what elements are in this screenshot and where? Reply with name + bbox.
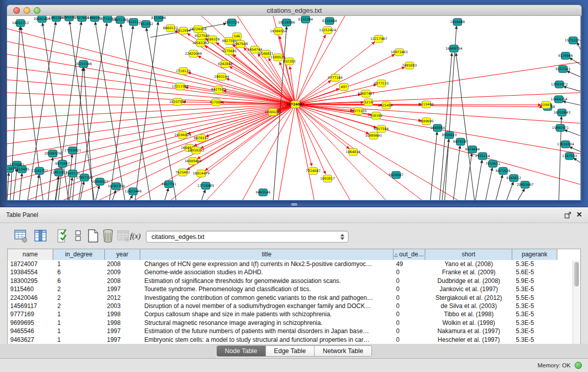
cell-title: Genome-wide association studies in ADHD. xyxy=(140,268,394,276)
cell-name: 9115460 xyxy=(8,285,53,293)
cell-name: 22420046 xyxy=(8,294,53,302)
delete-column-icon[interactable] xyxy=(101,228,115,244)
graph-node-label: 20691406 xyxy=(33,17,50,21)
graph-node-label: 15993 xyxy=(541,103,552,107)
table-panel-header: Table Panel ✕ xyxy=(0,207,588,223)
panel-divider-handle[interactable] xyxy=(291,203,297,206)
graph-node-label: 16210643 xyxy=(553,111,570,115)
zoom-window-button[interactable] xyxy=(34,7,40,14)
minimize-window-button[interactable] xyxy=(24,7,30,14)
graph-node-label: 8471626 xyxy=(496,169,511,173)
graph-node-label: 13716485 xyxy=(197,184,214,188)
table-row[interactable]: 1830029562008Estimation of significance … xyxy=(8,277,580,285)
table-row[interactable]: 2242004622012Investigating the contribut… xyxy=(8,294,580,302)
cell-title: Disruption of a novel member of a sodium… xyxy=(140,302,394,310)
network-view-window: citations_edges.txt 14055712206914061881… xyxy=(7,5,582,201)
graph-node-label: 15892971 xyxy=(552,126,569,130)
graph-node-label: 17957225 xyxy=(76,176,93,180)
table-row[interactable]: 1872400712008Changes of HCN gene express… xyxy=(8,260,580,268)
graph-node-label: 2935114 xyxy=(475,154,490,158)
cell-year: 1998 xyxy=(105,319,140,327)
graph-node-label: 2967608 xyxy=(233,42,248,46)
tab-node-table[interactable]: Node Table xyxy=(216,346,266,356)
graph-node-label: 8958923 xyxy=(442,133,457,137)
graph-node-label: 16648794 xyxy=(445,47,462,51)
table-row[interactable]: 1938455462009Genome-wide association stu… xyxy=(8,268,580,276)
close-window-button[interactable] xyxy=(13,7,20,14)
table-mode-icon[interactable] xyxy=(14,228,28,244)
unselect-rows-icon[interactable] xyxy=(71,228,85,244)
tab-edge-table[interactable]: Edge Table xyxy=(266,346,314,356)
table-row[interactable]: 969969511998Structural magnetic resonanc… xyxy=(8,319,580,327)
cell-short: Nakamura et al. (1997) xyxy=(425,327,512,335)
cell-name: 9699695 xyxy=(8,319,53,327)
cell-title: Tourette syndrome. Phenomenology and cla… xyxy=(140,285,394,293)
cell-year: 2008 xyxy=(105,260,140,268)
graph-node-label: 9577510 xyxy=(374,81,389,85)
float-panel-icon[interactable] xyxy=(564,212,571,218)
graph-node-label: 9242848 xyxy=(218,62,233,66)
show-columns-icon[interactable] xyxy=(33,228,48,244)
cell-year: 2008 xyxy=(105,277,140,285)
column-header-in_degree[interactable]: in_degree xyxy=(53,249,105,260)
cell-in_degree: 1 xyxy=(53,319,105,327)
column-header-pagerank[interactable]: pagerank xyxy=(512,249,557,260)
cell-short: Tibbo et al. (1998) xyxy=(425,310,512,318)
graph-node-label: 9975887 xyxy=(55,162,70,166)
tab-network-table[interactable]: Network Table xyxy=(315,346,372,356)
cell-name: 9463627 xyxy=(8,336,53,344)
function-builder-icon[interactable]: f(x) xyxy=(130,228,144,244)
table-header-row: namein_degreeyeartitle△out_de…shortpager… xyxy=(8,249,580,260)
table-panel-title: Table Panel xyxy=(6,211,38,218)
table-row[interactable]: 946554611997Estimation of the future num… xyxy=(8,327,580,335)
column-header-out_de[interactable]: △out_de… xyxy=(394,249,425,260)
graph-node-label: 2505131 xyxy=(66,171,80,176)
network-canvas[interactable]: 1405571220691406188130410653287152760264… xyxy=(7,16,581,200)
graph-node-label: 16914479 xyxy=(192,171,209,176)
cell-out_de: 0 xyxy=(394,310,425,318)
cell-in_degree: 6 xyxy=(53,268,105,276)
column-header-short[interactable]: short xyxy=(425,249,512,260)
delete-table-icon[interactable] xyxy=(116,228,130,244)
cell-title: Changes of HCN gene expression and I(f) … xyxy=(140,260,394,268)
table-scrollbar[interactable] xyxy=(573,260,580,344)
cell-pagerank: 5.6E-5 xyxy=(512,268,557,276)
graph-node-label: 17016504 xyxy=(557,142,574,146)
graph-node-label: 9129946 xyxy=(558,54,573,58)
cell-out_de: 0 xyxy=(394,302,425,310)
dropdown-stepper-icon xyxy=(339,233,345,241)
graph-node-label: 18300295 xyxy=(264,110,281,114)
cell-year: 2009 xyxy=(105,268,140,276)
graph-node-label: 7851552 xyxy=(139,22,154,26)
table-row[interactable]: 946362711997Embryonic stem cells: a mode… xyxy=(8,336,580,344)
memory-status-icon[interactable] xyxy=(575,362,582,369)
graph-node-label: 20153346 xyxy=(75,62,92,66)
cell-out_de: 0 xyxy=(394,268,425,276)
table-row[interactable]: 1456911722003Disruption of a novel membe… xyxy=(8,302,580,310)
graph-node-label: 19196829 xyxy=(174,133,191,137)
cell-year: 2003 xyxy=(105,302,140,310)
graph-node-label: 7957224 xyxy=(225,20,239,25)
graph-node-label: 10543382 xyxy=(192,41,209,45)
table-scrollbar-thumb[interactable] xyxy=(574,262,579,287)
cell-year: 1997 xyxy=(105,285,140,293)
cell-in_degree: 2 xyxy=(53,294,105,302)
column-header-year[interactable]: year xyxy=(105,249,140,260)
select-rows-icon[interactable] xyxy=(56,228,70,244)
close-panel-icon[interactable]: ✕ xyxy=(576,210,582,218)
cell-in_degree: 1 xyxy=(53,327,105,335)
graph-node-label: 8454749 xyxy=(248,48,263,52)
column-header-name[interactable]: name xyxy=(8,249,53,260)
graph-node-label: 916162 xyxy=(370,114,383,118)
table-row[interactable]: 911546021997Tourette syndrome. Phenomeno… xyxy=(8,285,580,293)
cell-in_degree: 1 xyxy=(53,336,105,344)
table-select-dropdown[interactable]: citations_edges.txt xyxy=(146,231,349,243)
table-row[interactable]: 977716911998Corpus callosum shape and si… xyxy=(8,310,580,318)
graph-node-label: 9699695 xyxy=(419,119,434,123)
graph-node-label: 9175685 xyxy=(222,49,237,53)
graph-node-label: 8118304 xyxy=(322,19,337,23)
column-header-title[interactable]: title xyxy=(140,249,394,260)
graph-node-label: 1093817 xyxy=(320,177,335,181)
window-titlebar[interactable]: citations_edges.txt xyxy=(7,5,582,16)
new-column-icon[interactable] xyxy=(86,228,100,244)
